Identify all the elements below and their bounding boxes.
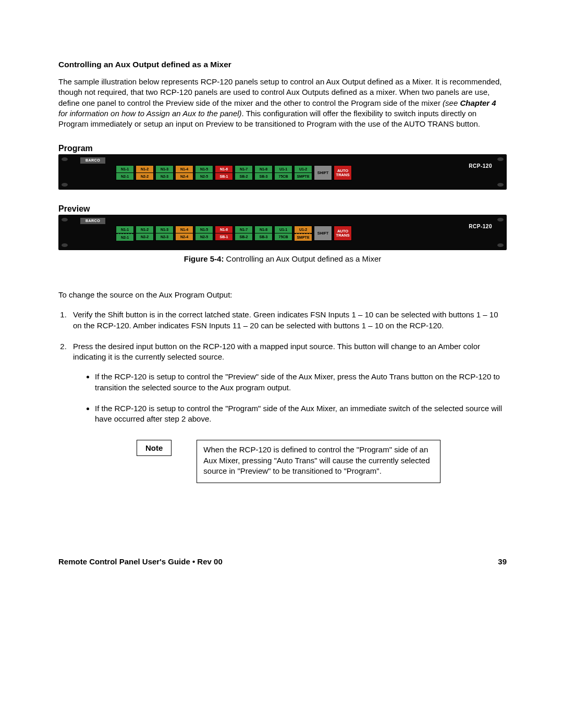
input-button[interactable]: N1-4N2-4 [175, 165, 193, 180]
footer-left: Remote Control Panel User's Guide • Rev … [58, 557, 223, 566]
input-button[interactable]: N1-8SB-3 [254, 165, 273, 180]
input-button-top: N1-6 [215, 166, 232, 173]
input-button-top: N1-3 [156, 226, 173, 233]
model-label: RCP-120 [469, 163, 492, 169]
input-button[interactable]: U1-175CB [274, 165, 292, 180]
input-button[interactable]: N1-3N2-3 [155, 165, 174, 180]
input-button-bottom: SB-1 [215, 173, 232, 180]
input-button-top: N1-4 [176, 226, 193, 233]
screw-icon [497, 218, 504, 221]
footer-right: 39 [498, 557, 507, 566]
input-button-bottom: N2-1 [116, 173, 133, 180]
barco-logo: BARCO [80, 157, 105, 164]
input-button-top: U1-1 [275, 226, 292, 233]
input-button[interactable]: U1-175CB [274, 226, 292, 241]
input-button-bottom: N2-4 [176, 233, 193, 240]
input-button-top: U1-1 [275, 166, 292, 173]
input-button-bottom: SB-2 [235, 173, 252, 180]
figure-caption: Figure 5-4: Controlling an Aux Output de… [58, 254, 507, 263]
input-button-top: N1-8 [255, 166, 272, 173]
input-button-bottom: SMPTE [295, 173, 312, 180]
input-button-top: N1-2 [136, 226, 153, 233]
steps-list: Verify the Shift button is in the correc… [58, 310, 507, 424]
input-button-bottom: N2-5 [195, 173, 213, 180]
input-button[interactable]: N1-3N2-3 [155, 226, 174, 241]
input-button-bottom: N2-2 [136, 233, 153, 240]
input-button-top: N1-6 [215, 226, 232, 233]
input-button-top: N1-7 [235, 166, 252, 173]
input-button-bottom: SB-3 [255, 233, 272, 240]
input-button-top: N1-4 [176, 166, 193, 173]
input-button[interactable]: N1-7SB-2 [235, 165, 253, 180]
input-button-bottom: SB-1 [215, 233, 232, 240]
program-button-row: N1-1N2-1N1-2N2-2N1-3N2-3N1-4N2-4N1-5N2-5… [116, 165, 352, 180]
input-button-top: N1-1 [116, 166, 133, 173]
input-button-top: N1-5 [195, 166, 213, 173]
input-button[interactable]: N1-4N2-4 [175, 226, 193, 241]
input-button-bottom: N2-3 [156, 233, 173, 240]
screw-icon [62, 243, 68, 247]
intro-paragraph: The sample illustration below represents… [58, 77, 507, 129]
input-button-top: U1-2 [295, 166, 312, 173]
input-button-top: N1-8 [255, 226, 272, 233]
screw-icon [497, 157, 504, 161]
input-button-top: N1-2 [136, 166, 153, 173]
input-button[interactable]: U1-2SMPTE [294, 165, 312, 180]
program-label: Program [58, 144, 507, 153]
input-button-top: U1-2 [295, 226, 312, 233]
input-button[interactable]: N1-5N2-5 [195, 226, 213, 241]
preview-label: Preview [58, 204, 507, 214]
input-button[interactable]: U1-2SMPTE [294, 226, 312, 241]
instruction-lead: To change the source on the Aux Program … [58, 290, 507, 299]
screw-icon [62, 183, 68, 187]
input-button-top: N1-3 [156, 166, 173, 173]
auto-trans-button[interactable]: AUTO TRANS [334, 165, 352, 180]
input-button-bottom: N2-2 [136, 173, 153, 180]
shift-button[interactable]: SHIFT [314, 165, 332, 180]
screw-icon [497, 243, 504, 247]
input-button-bottom: SMPTE [295, 233, 312, 241]
screw-icon [62, 157, 68, 161]
input-button[interactable]: N1-6SB-1 [215, 226, 233, 241]
input-button-bottom: 75CB [275, 173, 292, 180]
input-button-top: N1-5 [195, 226, 213, 233]
intro-text-a: The sample illustration below represents… [58, 77, 501, 107]
step-item: Verify the Shift button is in the correc… [69, 310, 507, 331]
input-button-bottom: SB-3 [255, 173, 272, 180]
figure-caption-text: Controlling an Aux Output defined as a M… [224, 254, 381, 263]
note-row: Note When the RCP-120 is defined to cont… [137, 440, 507, 483]
step-item: Press the desired input button on the RC… [69, 341, 507, 425]
page-footer: Remote Control Panel User's Guide • Rev … [58, 557, 507, 566]
shift-button[interactable]: SHIFT [314, 226, 332, 241]
barco-logo: BARCO [80, 218, 105, 224]
section-title: Controlling an Aux Output defined as a M… [58, 60, 507, 69]
preview-panel: BARCO RCP-120 N1-1N2-1N1-2N2-2N1-3N2-3N1… [58, 215, 507, 250]
screw-icon [497, 183, 504, 187]
input-button[interactable]: N1-2N2-2 [136, 226, 154, 241]
model-label: RCP-120 [469, 224, 492, 229]
input-button[interactable]: N1-2N2-2 [136, 165, 154, 180]
input-button-top: N1-1 [116, 226, 133, 233]
input-button[interactable]: N1-6SB-1 [215, 165, 233, 180]
input-button-bottom: N2-4 [176, 173, 193, 180]
bullet-item: If the RCP-120 is setup to control the "… [95, 372, 507, 393]
input-button[interactable]: N1-8SB-3 [254, 226, 273, 241]
input-button-bottom: 75CB [275, 233, 292, 240]
screw-icon [62, 218, 68, 221]
preview-button-row: N1-1N2-1N1-2N2-2N1-3N2-3N1-4N2-4N1-5N2-5… [116, 226, 352, 241]
input-button-bottom: N2-3 [156, 173, 173, 180]
note-label: Note [137, 440, 172, 456]
input-button-bottom: N2-1 [116, 233, 133, 241]
note-box: When the RCP-120 is defined to control t… [197, 440, 440, 483]
auto-trans-button[interactable]: AUTO TRANS [334, 226, 352, 241]
input-button-top: N1-7 [235, 226, 252, 233]
input-button[interactable]: N1-1N2-1 [116, 165, 134, 180]
program-panel: BARCO RCP-120 N1-1N2-1N1-2N2-2N1-3N2-3N1… [58, 154, 507, 190]
input-button[interactable]: N1-1N2-1 [116, 226, 134, 241]
bullets-list: If the RCP-120 is setup to control the "… [73, 372, 507, 424]
input-button[interactable]: N1-7SB-2 [235, 226, 253, 241]
input-button[interactable]: N1-5N2-5 [195, 165, 213, 180]
input-button-bottom: N2-5 [195, 233, 213, 240]
input-button-bottom: SB-2 [235, 233, 252, 240]
bullet-item: If the RCP-120 is setup to control the "… [95, 403, 507, 425]
